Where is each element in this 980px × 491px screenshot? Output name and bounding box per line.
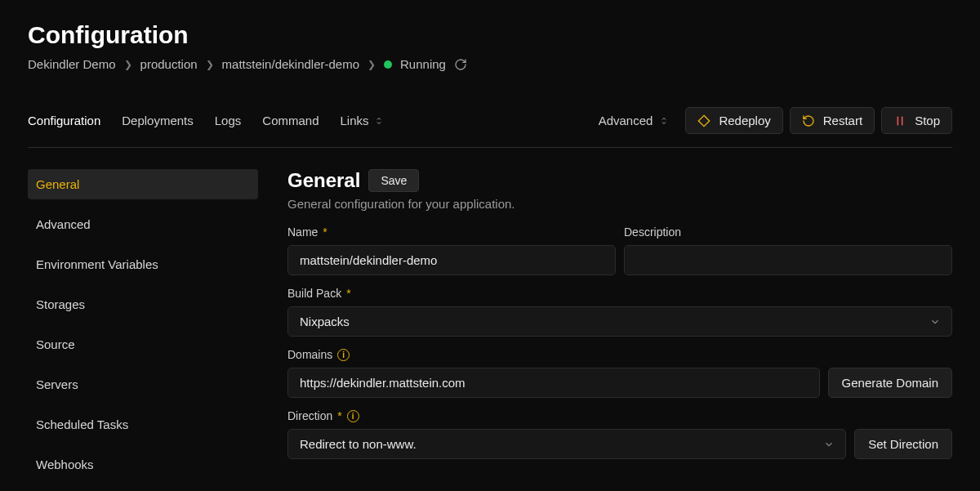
tab-deployments[interactable]: Deployments: [122, 114, 194, 127]
chevron-right-icon: ❯: [124, 59, 132, 70]
section-title: General: [287, 169, 360, 192]
status-badge[interactable]: Running: [400, 57, 446, 71]
save-button[interactable]: Save: [368, 169, 419, 192]
chevron-right-icon: ❯: [368, 59, 376, 70]
tab-configuration[interactable]: Configuration: [28, 114, 100, 127]
tabs: Configuration Deployments Logs Command L…: [28, 114, 384, 127]
sort-icon: [659, 116, 669, 126]
redeploy-label: Redeploy: [719, 114, 770, 127]
required-icon: *: [323, 225, 327, 239]
section-subtitle: General configuration for your applicati…: [287, 197, 952, 211]
svg-marker-0: [699, 115, 710, 126]
stop-button[interactable]: Stop: [881, 107, 952, 134]
stop-label: Stop: [915, 114, 940, 127]
breadcrumb-item[interactable]: production: [140, 57, 198, 71]
redeploy-button[interactable]: Redeploy: [685, 107, 782, 134]
direction-label: Direction* i: [287, 409, 846, 422]
sidebar-item-scheduled-tasks[interactable]: Scheduled Tasks: [28, 409, 258, 440]
sidebar-item-source[interactable]: Source: [28, 329, 258, 359]
domains-input[interactable]: [287, 368, 820, 398]
info-icon[interactable]: i: [347, 410, 359, 422]
sort-icon: [374, 116, 384, 126]
tab-logs[interactable]: Logs: [215, 114, 242, 127]
name-label: Name*: [287, 225, 616, 239]
tab-links-label: Links: [341, 114, 369, 127]
sidebar-item-webhooks[interactable]: Webhooks: [28, 449, 258, 480]
restart-label: Restart: [823, 114, 862, 127]
generate-domain-button[interactable]: Generate Domain: [828, 368, 952, 398]
redeploy-icon: [697, 114, 710, 127]
refresh-icon[interactable]: [454, 58, 467, 71]
sidebar-item-storages[interactable]: Storages: [28, 289, 258, 319]
required-icon: *: [346, 287, 350, 300]
set-direction-button[interactable]: Set Direction: [854, 429, 952, 459]
buildpack-select[interactable]: Nixpacks: [287, 306, 952, 337]
status-dot-icon: [384, 60, 392, 69]
sidebar: General Advanced Environment Variables S…: [28, 169, 258, 491]
sidebar-item-general[interactable]: General: [28, 169, 258, 199]
advanced-label: Advanced: [599, 114, 653, 127]
advanced-button[interactable]: Advanced: [589, 107, 679, 134]
name-input[interactable]: [287, 245, 616, 275]
domains-label: Domains i: [287, 348, 820, 361]
sidebar-item-advanced[interactable]: Advanced: [28, 209, 258, 239]
sidebar-item-servers[interactable]: Servers: [28, 369, 258, 399]
required-icon: *: [337, 409, 341, 422]
restart-icon: [802, 114, 815, 127]
sidebar-item-env-vars[interactable]: Environment Variables: [28, 249, 258, 279]
description-input[interactable]: [624, 245, 952, 275]
tab-links[interactable]: Links: [341, 114, 384, 127]
breadcrumb-item[interactable]: Dekindler Demo: [28, 57, 116, 71]
breadcrumb: Dekindler Demo ❯ production ❯ mattstein/…: [28, 57, 952, 71]
buildpack-label: Build Pack*: [287, 287, 952, 300]
breadcrumb-item[interactable]: mattstein/dekindler-demo: [222, 57, 359, 71]
stop-icon: [893, 114, 906, 127]
chevron-right-icon: ❯: [206, 59, 214, 70]
restart-button[interactable]: Restart: [790, 107, 875, 134]
tab-command[interactable]: Command: [262, 114, 318, 127]
info-icon[interactable]: i: [337, 349, 350, 361]
description-label: Description: [624, 225, 952, 239]
direction-select[interactable]: Redirect to non-www.: [287, 429, 846, 459]
page-title: Configuration: [28, 21, 952, 49]
